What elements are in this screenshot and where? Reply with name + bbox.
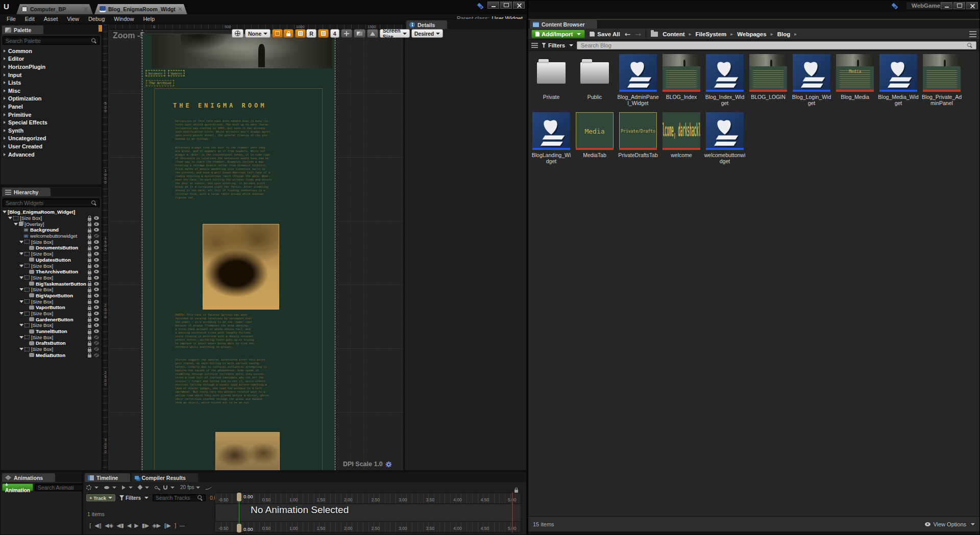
back-button[interactable]: ← [625, 31, 631, 38]
tree-row[interactable]: BigTaskmasterButton [1, 281, 102, 287]
expander-icon[interactable] [19, 241, 23, 243]
doc-tab[interactable]: Blog_EnigmaRoom_Widgt [94, 4, 187, 14]
maximize-button[interactable] [500, 2, 512, 9]
tab-content-browser[interactable]: Content Browser [530, 20, 597, 29]
palette-category[interactable]: Primitive [1, 111, 102, 119]
asset-blog_index_widget[interactable]: Blog_Index_Widget [704, 54, 746, 106]
tree-row[interactable]: [Overlay] [1, 221, 102, 227]
tree-row[interactable]: Background [1, 227, 102, 233]
resize-mode-dropdown[interactable]: Desired [411, 29, 444, 38]
eye-icon[interactable] [94, 276, 99, 279]
lock-icon[interactable] [88, 283, 91, 286]
palette-category[interactable]: HorizonPlugin [1, 63, 102, 71]
asset-public[interactable]: Public [574, 54, 616, 106]
eye-icon[interactable] [94, 258, 99, 262]
add-track-button[interactable]: + Track [86, 494, 115, 501]
breadcrumb-content[interactable]: Content [663, 31, 684, 37]
palette-category[interactable]: Panel [1, 103, 102, 111]
lock-icon[interactable] [88, 289, 91, 292]
eye-hidden-icon[interactable] [94, 336, 99, 339]
expand-arrow-icon[interactable] [4, 137, 6, 140]
tree-row[interactable]: [Blog_EnigmaRoom_Widget] [1, 209, 102, 215]
palette-category[interactable]: Optimization [1, 95, 102, 103]
eye-hidden-icon[interactable] [94, 353, 99, 357]
gear-icon[interactable] [385, 461, 392, 468]
eye-icon[interactable] [94, 300, 99, 303]
auto-key-button[interactable] [155, 486, 158, 489]
lock-icon[interactable] [88, 259, 91, 262]
tab-hierarchy[interactable]: Hierarchy [2, 188, 51, 196]
menu-asset[interactable]: Asset [39, 16, 63, 22]
expander-icon[interactable] [19, 252, 23, 255]
menu-edit[interactable]: Edit [20, 16, 39, 22]
lock-icon[interactable] [88, 223, 91, 226]
eye-icon[interactable] [94, 252, 99, 256]
transport-button[interactable]: ◀◈ [105, 522, 113, 529]
add-animation-button[interactable]: + Animation [2, 483, 33, 491]
expander-icon[interactable] [19, 300, 23, 303]
snap-dropdown[interactable] [163, 486, 175, 490]
flow-direction-dropdown[interactable]: None [245, 29, 271, 38]
expand-arrow-icon[interactable] [4, 113, 6, 116]
eye-icon[interactable] [94, 288, 99, 291]
asset-blog_media_widget[interactable]: Blog_Media_Widget [877, 54, 919, 106]
sequence-end-marker[interactable] [512, 493, 513, 532]
anchor-button[interactable] [272, 29, 283, 38]
palette-category[interactable]: Synth [1, 126, 102, 135]
transport-button[interactable]: ▮▶ [142, 522, 150, 529]
minimize-button[interactable] [487, 2, 499, 9]
expand-arrow-icon[interactable] [4, 81, 6, 84]
tree-row[interactable]: UpdatesButton [1, 257, 102, 263]
designer-canvas[interactable]: Zoom -5 DocumentsUpdates The Archive THE… [108, 30, 403, 470]
tree-row[interactable]: [Size Box] [1, 346, 102, 352]
menu-help[interactable]: Help [138, 16, 159, 22]
eye-icon[interactable] [94, 323, 99, 327]
asset-blog_media[interactable]: MediaBlog_Media [834, 54, 876, 106]
expand-arrow-icon[interactable] [4, 57, 6, 60]
lock-icon[interactable] [88, 295, 91, 298]
palette-category[interactable]: Editor [1, 55, 102, 63]
hierarchy-search-input[interactable] [6, 200, 89, 206]
palette-category[interactable]: Common [1, 47, 102, 55]
asset-blog_index[interactable]: BLOG_Index [660, 54, 702, 106]
tree-row[interactable]: TunnelButton [1, 328, 102, 335]
palette-category[interactable]: Input [1, 71, 102, 79]
localization-preview-button[interactable] [232, 29, 243, 38]
lock-icon[interactable] [88, 265, 91, 268]
breadcrumb-blog[interactable]: Blog [777, 31, 791, 37]
settings-dropdown[interactable] [86, 485, 99, 490]
lock-icon[interactable] [88, 301, 91, 304]
tree-row[interactable]: [Size Box] [1, 311, 102, 317]
eye-icon[interactable] [94, 246, 99, 249]
expander-icon[interactable] [14, 223, 18, 225]
screen-size-dropdown[interactable]: Screen Size [380, 29, 410, 38]
expander-icon[interactable] [19, 265, 23, 267]
transport-button[interactable]: ▶ [134, 522, 138, 529]
expander-icon[interactable] [3, 211, 7, 213]
asset-blog_login[interactable]: BLOG_LOGIN [747, 54, 789, 106]
eye-icon[interactable] [94, 240, 99, 244]
tree-row[interactable]: DraftsButton [1, 340, 102, 346]
eye-icon[interactable] [94, 305, 99, 309]
doc-tab[interactable]: Computer_BP [16, 4, 93, 14]
tree-row[interactable]: [Size Box] [1, 263, 102, 269]
tree-row[interactable]: VaporButton [1, 304, 102, 311]
expand-arrow-icon[interactable] [4, 121, 6, 124]
menu-file[interactable]: File [2, 16, 20, 22]
transport-button[interactable]: ‖▶ [164, 522, 171, 529]
tree-row[interactable]: [Size Box] [1, 334, 102, 340]
expand-arrow-icon[interactable] [4, 73, 6, 77]
preview-background-button[interactable] [354, 29, 365, 38]
forward-button[interactable]: → [635, 31, 641, 38]
asset-blog_adminpanel_widget[interactable]: Blog_AdminPanel_Widget [617, 54, 659, 106]
expander-icon[interactable] [19, 288, 23, 291]
menu-view[interactable]: View [62, 16, 84, 22]
tree-row[interactable]: welcomebuttonwidget [1, 233, 102, 239]
tree-row[interactable]: [Size Box] [1, 275, 102, 281]
transform-mode-button[interactable] [341, 29, 352, 38]
tree-row[interactable]: [Size Box] [1, 239, 102, 245]
lock-icon[interactable] [88, 218, 91, 221]
tab-timeline[interactable]: Timeline [85, 473, 130, 482]
breadcrumb-webpages[interactable]: Webpages [737, 31, 766, 37]
lock-icon[interactable] [88, 337, 91, 340]
